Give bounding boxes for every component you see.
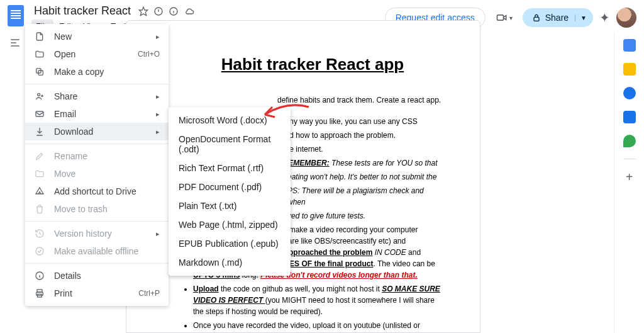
- file-plus-icon: [34, 31, 45, 42]
- menu-item-download[interactable]: Download▸: [25, 123, 169, 140]
- file-menu-dropdown: New▸ OpenCtrl+O Make a copy Share▸ Email…: [25, 24, 169, 306]
- copy-icon: [34, 67, 45, 77]
- info-icon[interactable]: [169, 6, 179, 16]
- chevron-right-icon: ▸: [156, 110, 160, 118]
- gemini-icon[interactable]: ✦: [599, 10, 610, 25]
- menu-item-new[interactable]: New▸: [25, 28, 169, 45]
- menu-item-move: Move: [25, 165, 169, 183]
- lock-icon: [531, 13, 541, 23]
- history-icon: [34, 229, 45, 239]
- calendar-icon[interactable]: [623, 39, 636, 52]
- doc-heading: Habit tracker React app: [183, 52, 442, 77]
- trash-icon: [34, 204, 45, 214]
- svg-marker-0: [139, 7, 147, 15]
- menu-item-offline: Make available offline: [25, 242, 169, 260]
- docs-logo-icon[interactable]: [8, 5, 24, 26]
- doc-intro: define habits and track them. Create a r…: [183, 94, 442, 106]
- folder-move-icon: [34, 169, 45, 179]
- svg-rect-3: [497, 15, 503, 20]
- svg-point-9: [36, 247, 43, 255]
- account-avatar[interactable]: [616, 8, 636, 28]
- maps-icon[interactable]: [623, 135, 636, 147]
- download-icon: [34, 127, 45, 137]
- print-icon: [34, 288, 45, 298]
- chevron-right-icon: ▸: [156, 128, 160, 136]
- menu-item-rename: Rename: [25, 147, 169, 165]
- download-submenu: Microsoft Word (.docx) OpenDocument Form…: [169, 107, 291, 276]
- person-plus-icon: [34, 91, 45, 101]
- chevron-right-icon: ▸: [156, 230, 160, 238]
- star-icon[interactable]: [138, 6, 148, 16]
- chevron-down-icon[interactable]: ▼: [575, 14, 587, 21]
- tasks-icon[interactable]: [623, 87, 636, 99]
- menu-item-print[interactable]: PrintCtrl+P: [25, 285, 169, 302]
- chevron-right-icon: ▸: [156, 93, 160, 101]
- menu-item-add-shortcut[interactable]: Add shortcut to Drive: [25, 183, 169, 200]
- submenu-item-txt[interactable]: Plain Text (.txt): [169, 196, 291, 215]
- offline-icon: [34, 246, 45, 256]
- info-icon: [34, 271, 45, 281]
- submenu-item-rtf[interactable]: Rich Text Format (.rtf): [169, 159, 291, 178]
- submenu-item-html[interactable]: Web Page (.html, zipped): [169, 215, 291, 234]
- pencil-icon: [34, 151, 45, 161]
- menu-item-open[interactable]: OpenCtrl+O: [25, 45, 169, 63]
- submenu-item-md[interactable]: Markdown (.md): [169, 253, 291, 272]
- side-panel: +: [614, 31, 644, 333]
- cloud-saved-icon[interactable]: [184, 6, 195, 16]
- share-label: Share: [545, 13, 569, 23]
- folder-icon: [34, 49, 45, 59]
- list-item: Once you have recorded the video, upload…: [193, 320, 442, 333]
- submenu-item-docx[interactable]: Microsoft Word (.docx): [169, 111, 291, 130]
- add-on-plus-icon[interactable]: +: [626, 171, 633, 183]
- contacts-icon[interactable]: [623, 111, 636, 123]
- svg-rect-8: [36, 111, 43, 116]
- document-title[interactable]: Habit tracker React: [31, 4, 133, 18]
- submenu-item-epub[interactable]: EPUB Publication (.epub): [169, 234, 291, 253]
- submenu-item-odt[interactable]: OpenDocument Format (.odt): [169, 130, 291, 159]
- menu-item-move-trash: Move to trash: [25, 200, 169, 218]
- menu-item-version-history: Version history▸: [25, 225, 169, 242]
- keep-icon[interactable]: [623, 63, 636, 76]
- drive-shortcut-icon: [34, 186, 45, 196]
- share-button[interactable]: Share ▼: [523, 8, 593, 27]
- submenu-item-pdf[interactable]: PDF Document (.pdf): [169, 178, 291, 196]
- triangle-warn-icon[interactable]: [153, 6, 164, 16]
- svg-rect-4: [534, 17, 539, 21]
- outline-toggle-icon[interactable]: [9, 37, 21, 51]
- svg-point-7: [38, 93, 40, 96]
- meet-camera-icon[interactable]: ▾: [492, 8, 516, 28]
- menu-item-details[interactable]: Details: [25, 267, 169, 285]
- chevron-right-icon: ▸: [156, 33, 160, 41]
- menu-item-share[interactable]: Share▸: [25, 87, 169, 105]
- list-item: Upload the code on github as well, you m…: [193, 283, 442, 317]
- menu-item-email[interactable]: Email▸: [25, 105, 169, 123]
- mail-icon: [34, 109, 45, 119]
- menu-item-make-copy[interactable]: Make a copy: [25, 63, 169, 81]
